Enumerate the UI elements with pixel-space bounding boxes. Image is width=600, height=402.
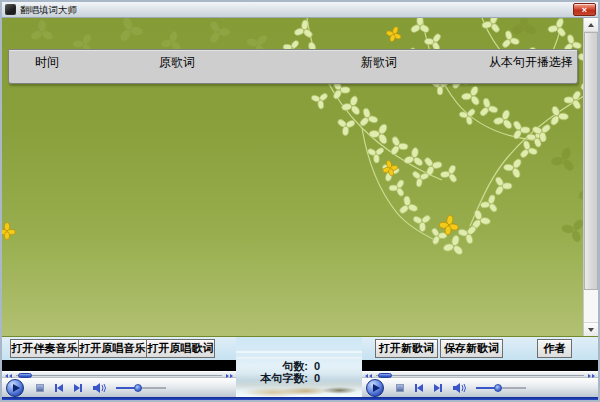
right-player-video-area <box>362 360 598 371</box>
left-media-player <box>2 371 236 397</box>
scrollbar-thumb[interactable] <box>584 32 598 290</box>
main-area: 时间 原歌词 新歌词 从本句开播选择 <box>2 18 598 337</box>
column-header-play-from-line: 从本句开播选择 <box>489 54 573 71</box>
left-button-row: 打开伴奏音乐 打开原唱音乐 打开原唱歌词 <box>2 337 236 360</box>
new-lyrics-player-section: 打开新歌词 保存新歌词 作者 <box>362 337 598 397</box>
scroll-up-button[interactable] <box>584 18 598 32</box>
left-seek-bar[interactable] <box>2 371 236 378</box>
right-stop-button[interactable] <box>396 384 404 392</box>
current-line-chars-value: 0 <box>308 372 326 384</box>
scroll-down-button[interactable] <box>584 322 598 336</box>
left-volume-slider[interactable] <box>116 383 166 393</box>
right-volume-thumb[interactable] <box>494 384 502 392</box>
left-player-controls <box>2 378 236 397</box>
left-previous-button[interactable] <box>55 384 63 392</box>
speaker-icon <box>453 382 468 394</box>
app-window: 翻唱填词大师 × <box>0 0 600 402</box>
left-play-button[interactable] <box>6 379 24 397</box>
left-volume-thumb[interactable] <box>134 384 142 392</box>
left-stop-button[interactable] <box>36 384 44 392</box>
right-next-button[interactable] <box>434 384 442 392</box>
arrow-down-icon <box>588 328 594 332</box>
previous-icon <box>57 384 63 392</box>
left-next-button[interactable] <box>74 384 82 392</box>
column-header-time: 时间 <box>35 54 59 71</box>
open-accompaniment-button[interactable]: 打开伴奏音乐 <box>10 339 79 358</box>
play-icon <box>13 384 20 392</box>
save-new-lyrics-button[interactable]: 保存新歌词 <box>440 339 503 358</box>
counters-section: 句数: 0 本句字数: 0 <box>236 337 362 397</box>
right-previous-button[interactable] <box>415 384 423 392</box>
lyrics-list-panel: 时间 原歌词 新歌词 从本句开播选择 <box>8 49 578 84</box>
title-bar: 翻唱填词大师 × <box>2 2 598 18</box>
arrow-up-icon <box>588 23 594 27</box>
speaker-icon <box>93 382 108 394</box>
window-title: 翻唱填词大师 <box>20 2 77 18</box>
sentence-count-value: 0 <box>308 360 326 372</box>
author-button[interactable]: 作者 <box>537 339 572 358</box>
vertical-scrollbar[interactable] <box>583 18 598 336</box>
column-header-original-lyrics: 原歌词 <box>159 54 195 71</box>
right-volume-slider[interactable] <box>476 383 526 393</box>
right-button-row: 打开新歌词 保存新歌词 作者 <box>362 337 598 360</box>
right-player-controls <box>362 378 598 397</box>
open-original-lyrics-button[interactable]: 打开原唱歌词 <box>146 339 215 358</box>
accompaniment-player-section: 打开伴奏音乐 打开原唱音乐 打开原唱歌词 <box>2 337 236 397</box>
right-seek-bar[interactable] <box>362 371 598 378</box>
left-seek-track <box>16 375 222 376</box>
column-header-new-lyrics: 新歌词 <box>361 54 397 71</box>
app-icon <box>5 4 16 15</box>
bottom-navy-strip <box>2 397 598 400</box>
right-media-player <box>362 371 598 397</box>
left-player-video-area <box>2 360 236 371</box>
left-mute-button[interactable] <box>93 382 108 394</box>
lyrics-counters: 句数: 0 本句字数: 0 <box>236 360 326 384</box>
previous-icon <box>417 384 423 392</box>
current-line-chars-label: 本句字数: <box>260 372 308 384</box>
open-new-lyrics-button[interactable]: 打开新歌词 <box>375 339 438 358</box>
play-icon <box>373 384 380 392</box>
right-seek-track <box>376 375 584 376</box>
right-mute-button[interactable] <box>453 382 468 394</box>
sentence-count-label: 句数: <box>282 360 308 372</box>
close-icon: × <box>582 5 587 15</box>
close-button[interactable]: × <box>573 3 596 16</box>
bottom-panel: 打开伴奏音乐 打开原唱音乐 打开原唱歌词 <box>2 337 598 397</box>
open-original-vocal-button[interactable]: 打开原唱音乐 <box>78 339 147 358</box>
right-play-button[interactable] <box>366 379 384 397</box>
